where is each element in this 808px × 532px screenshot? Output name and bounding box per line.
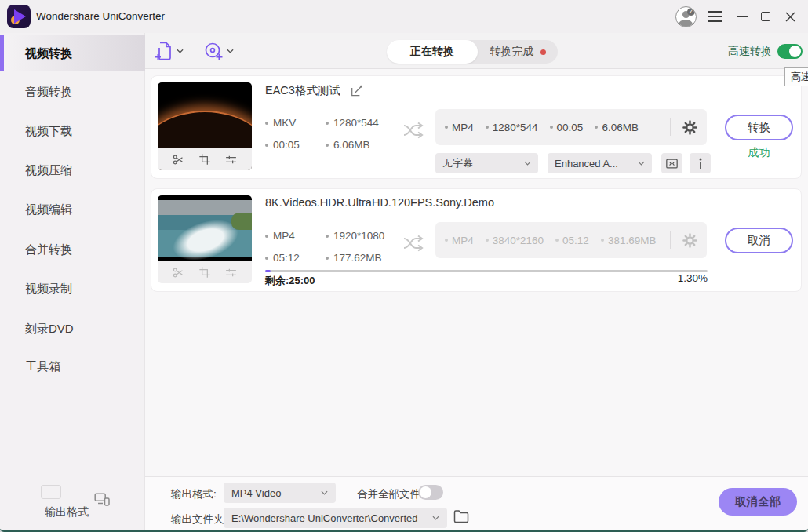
close-icon: [785, 12, 795, 22]
convert-arrow-icon: [402, 122, 424, 139]
cancel-button[interactable]: 取消: [725, 228, 793, 253]
sidebar-output-format-label[interactable]: 输出格式: [45, 505, 89, 519]
source-format: MP4: [273, 230, 295, 242]
high-speed-label: 高速转换: [728, 45, 772, 59]
info-button[interactable]: [690, 153, 711, 173]
cancel-all-button[interactable]: 取消全部: [719, 488, 797, 516]
merge-files-label: 合并全部文件: [357, 487, 420, 501]
output-format-panel-icon: [41, 485, 61, 499]
trim-icon[interactable]: [172, 153, 185, 166]
add-files-button[interactable]: [155, 41, 184, 61]
menu-icon[interactable]: [708, 11, 722, 22]
sidebar-item-video-compress[interactable]: 视频压缩: [0, 159, 145, 181]
output-format-label: 输出格式:: [171, 487, 217, 501]
task-title: 8K.Videos.HDR.UltraHD.120FPS.Sony.Demo: [265, 196, 494, 209]
output-size: 381.69MB: [608, 235, 657, 246]
rename-icon[interactable]: [350, 84, 363, 97]
high-speed-toggle[interactable]: [777, 44, 803, 59]
subtitle-fit-button[interactable]: [661, 153, 682, 173]
settings-gear-icon[interactable]: [682, 120, 697, 135]
high-speed-tooltip: 高速: [784, 67, 808, 86]
audio-track-select[interactable]: Enhanced A...: [548, 153, 652, 173]
sidebar-item-audio-convert[interactable]: 音频转换: [0, 81, 145, 103]
add-dvd-icon: [203, 41, 224, 61]
tab-finished[interactable]: 转换完成: [478, 40, 558, 64]
convert-button[interactable]: 转换: [725, 115, 793, 140]
sidebar-item-video-download[interactable]: 视频下载: [0, 120, 145, 142]
close-button[interactable]: [783, 9, 797, 24]
source-size: 6.06MB: [333, 139, 370, 151]
time-remaining: 剩余:25:00: [265, 274, 315, 288]
chevron-down-icon: [638, 161, 645, 166]
output-settings-box: MP4 3840*2160 05:12 381.69MB: [435, 222, 707, 258]
account-avatar-icon[interactable]: ✓: [675, 6, 697, 27]
maximize-button[interactable]: [759, 9, 773, 24]
output-duration: 00:05: [557, 122, 584, 133]
source-resolution: 1920*1080: [333, 230, 384, 242]
output-format: MP4: [452, 122, 474, 133]
chevron-down-icon: [432, 516, 439, 520]
output-format-select[interactable]: MP4 Video: [224, 483, 336, 503]
status-tabs: 正在转换 转换完成: [387, 40, 558, 64]
crop-icon[interactable]: [198, 153, 211, 166]
output-format: MP4: [452, 235, 474, 246]
source-duration: 05:12: [273, 252, 300, 264]
subtitle-select[interactable]: 无字幕: [435, 153, 538, 173]
progress-percent: 1.30%: [622, 272, 708, 284]
output-duration: 05:12: [562, 235, 589, 246]
output-resolution: 1280*544: [493, 122, 538, 133]
output-folder-select[interactable]: E:\Wondershare UniConverter\Converted: [224, 508, 447, 528]
devices-icon[interactable]: [94, 493, 110, 506]
sidebar-item-video-convert[interactable]: 视频转换: [0, 35, 145, 71]
info-icon: [698, 158, 703, 169]
thumbnail-image: [158, 82, 252, 148]
fit-box-icon: [666, 159, 678, 169]
thumbnail-image: [158, 195, 252, 261]
sidebar: 视频转换 音频转换 视频下载 视频压缩 视频编辑 合并转换 视频录制 刻录DVD…: [0, 33, 145, 532]
output-size: 6.06MB: [602, 122, 639, 133]
video-thumbnail: [158, 195, 252, 283]
convert-arrow-icon: [402, 235, 424, 252]
footer-bar: 输出格式: MP4 Video 合并全部文件 输出文件夹: E:\Wonders…: [145, 476, 808, 532]
notification-dot: [540, 49, 546, 55]
chevron-down-icon: [177, 49, 184, 53]
settings-gear-icon: [682, 233, 697, 248]
progress-fill: [265, 270, 271, 272]
merge-files-toggle[interactable]: [418, 485, 443, 500]
chevron-down-icon: [524, 161, 531, 166]
status-success: 成功: [725, 146, 793, 160]
sidebar-item-video-edit[interactable]: 视频编辑: [0, 199, 145, 220]
sidebar-item-merge-convert[interactable]: 合并转换: [0, 239, 145, 261]
chevron-down-icon: [227, 49, 234, 53]
toolbar: 正在转换 转换完成 高速转换: [145, 33, 808, 69]
task-row: 8K.Videos.HDR.UltraHD.120FPS.Sony.Demo M…: [151, 188, 802, 292]
task-title: EAC3格式测试: [265, 83, 340, 98]
video-thumbnail: [158, 82, 252, 170]
app-logo-icon: [7, 5, 31, 28]
add-file-icon: [155, 41, 173, 61]
minimize-button[interactable]: [735, 9, 749, 24]
effects-icon: [224, 266, 238, 279]
add-dvd-button[interactable]: [203, 41, 234, 61]
app-window: Wondershare UniConverter ✓ 视频转换 音频转换 视频下…: [0, 0, 808, 532]
task-row: EAC3格式测试 MKV 1280*544 00:05 6.06MB MP4 1…: [151, 75, 802, 179]
source-format: MKV: [273, 117, 296, 129]
sidebar-item-screen-record[interactable]: 视频录制: [0, 278, 145, 300]
source-size: 177.62MB: [333, 252, 382, 264]
output-folder-label: 输出文件夹:: [171, 512, 227, 527]
output-settings-box[interactable]: MP4 1280*544 00:05 6.06MB: [435, 109, 707, 145]
sidebar-item-toolbox[interactable]: 工具箱: [0, 355, 145, 377]
app-title: Wondershare UniConverter: [36, 10, 165, 22]
source-duration: 00:05: [273, 139, 300, 151]
title-bar: Wondershare UniConverter ✓: [0, 0, 808, 33]
output-resolution: 3840*2160: [493, 235, 544, 246]
open-folder-icon[interactable]: [453, 509, 469, 523]
crop-icon: [198, 266, 211, 279]
chevron-down-icon: [321, 490, 328, 495]
sidebar-item-burn-dvd[interactable]: 刻录DVD: [0, 318, 145, 340]
effects-icon[interactable]: [224, 153, 238, 166]
trim-icon: [172, 266, 185, 279]
source-resolution: 1280*544: [333, 117, 379, 129]
tab-converting[interactable]: 正在转换: [387, 40, 478, 64]
